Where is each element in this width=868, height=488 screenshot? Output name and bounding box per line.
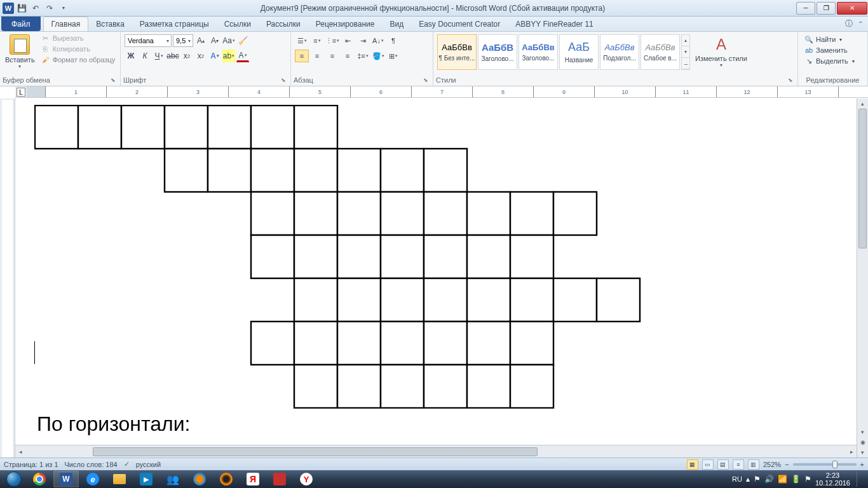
- taskbar-ie[interactable]: e: [80, 471, 105, 487]
- styles-scroll-down[interactable]: ▾: [682, 46, 689, 58]
- styles-expand[interactable]: ⚊: [682, 58, 689, 69]
- paragraph-dialog-launcher[interactable]: ⬊: [423, 77, 430, 83]
- zoom-in-button[interactable]: +: [860, 461, 864, 468]
- replace-button[interactable]: abЗаменить: [803, 45, 856, 55]
- scroll-left-arrow[interactable]: ◂: [15, 447, 25, 457]
- increase-indent-button[interactable]: ⇥: [356, 34, 370, 47]
- status-words[interactable]: Число слов: 184: [65, 461, 118, 468]
- status-spellcheck-icon[interactable]: ✓: [124, 460, 130, 468]
- scroll-down-arrow[interactable]: ▾: [857, 427, 868, 437]
- font-color-button[interactable]: A: [236, 50, 249, 62]
- save-icon[interactable]: 💾: [15, 2, 28, 15]
- line-spacing-button[interactable]: ‡≡: [356, 50, 370, 62]
- view-web-layout[interactable]: ▤: [717, 459, 729, 470]
- view-full-screen[interactable]: ▭: [702, 459, 714, 470]
- format-painter-button[interactable]: 🖌Формат по образцу: [40, 55, 117, 65]
- tab-review[interactable]: Рецензирование: [308, 17, 383, 31]
- clear-formatting-button[interactable]: 🧹: [236, 34, 249, 47]
- paste-dropdown-icon[interactable]: ▾: [18, 64, 21, 69]
- page-viewport[interactable]: По горизонтали:: [15, 98, 857, 458]
- decrease-indent-button[interactable]: ⇤: [341, 34, 355, 47]
- align-center-button[interactable]: ≡: [310, 50, 324, 62]
- document-heading[interactable]: По горизонтали:: [37, 412, 670, 436]
- show-desktop-button[interactable]: [857, 471, 862, 487]
- italic-button[interactable]: К: [139, 50, 151, 62]
- highlight-button[interactable]: ab: [222, 50, 235, 62]
- tray-network-icon[interactable]: 📶: [778, 475, 787, 484]
- scroll-up-arrow[interactable]: ▴: [857, 98, 868, 109]
- file-tab[interactable]: Файл: [1, 17, 41, 31]
- taskbar-video[interactable]: ▶: [133, 471, 159, 487]
- tray-battery-icon[interactable]: 🔋: [791, 475, 801, 484]
- superscript-button[interactable]: x2: [194, 50, 207, 62]
- style-title[interactable]: АаБНазвание: [559, 34, 599, 70]
- status-language[interactable]: русский: [136, 461, 161, 468]
- show-marks-button[interactable]: ¶: [386, 34, 400, 47]
- style-subtle-emphasis[interactable]: АаБбВвСлабое в...: [641, 34, 680, 70]
- crossword-table[interactable]: [34, 105, 670, 409]
- zoom-slider[interactable]: [793, 463, 857, 466]
- qat-customize-icon[interactable]: ▾: [57, 2, 70, 15]
- sort-button[interactable]: A↓: [371, 34, 385, 47]
- style-no-spacing[interactable]: АаБбВв¶ Без инте...: [437, 34, 477, 70]
- styles-scroll-up[interactable]: ▴: [682, 35, 689, 46]
- bullets-button[interactable]: ☰: [295, 34, 309, 47]
- grow-font-button[interactable]: A▴: [194, 34, 207, 47]
- numbering-button[interactable]: ≡: [310, 34, 324, 47]
- help-icon[interactable]: ⓘ: [845, 18, 853, 29]
- taskbar-explorer[interactable]: [107, 471, 132, 487]
- tab-abbyy[interactable]: ABBYY FineReader 11: [508, 17, 601, 31]
- select-button[interactable]: ↘Выделить▾: [803, 56, 856, 66]
- minimize-button[interactable]: ─: [796, 2, 815, 15]
- view-print-layout[interactable]: ▦: [687, 459, 698, 470]
- tray-show-hidden-icon[interactable]: ▴: [746, 475, 750, 484]
- tab-selector[interactable]: L: [17, 88, 25, 97]
- text-effects-button[interactable]: A: [208, 50, 221, 62]
- tray-action-center-icon[interactable]: ⚑: [804, 475, 811, 484]
- justify-button[interactable]: ≡: [341, 50, 355, 62]
- previous-page-button[interactable]: ◉: [857, 437, 868, 447]
- tray-clock[interactable]: 2:23 10.12.2016: [815, 471, 850, 487]
- vertical-scroll-thumb[interactable]: [858, 109, 867, 248]
- paste-button[interactable]: Вставить ▾: [3, 33, 37, 71]
- styles-dialog-launcher[interactable]: ⬊: [788, 77, 795, 83]
- find-button[interactable]: 🔍Найти▾: [803, 34, 856, 44]
- underline-button[interactable]: Ч: [153, 50, 165, 62]
- shrink-font-button[interactable]: A▾: [208, 34, 221, 47]
- redo-icon[interactable]: ↷: [43, 2, 56, 15]
- taskbar-chrome[interactable]: [27, 471, 52, 487]
- zoom-slider-thumb[interactable]: [832, 461, 837, 468]
- style-heading1[interactable]: АаБбВЗаголово...: [478, 34, 517, 70]
- scroll-right-arrow[interactable]: ▸: [846, 447, 857, 457]
- tray-volume-icon[interactable]: 🔊: [764, 475, 774, 484]
- word-app-icon[interactable]: W: [3, 3, 14, 14]
- multilevel-button[interactable]: ⋮≡: [325, 34, 339, 47]
- borders-button[interactable]: ⊞: [386, 50, 400, 62]
- taskbar-mediaplayer[interactable]: [187, 471, 212, 487]
- tab-view[interactable]: Вид: [382, 17, 411, 31]
- maximize-button[interactable]: ❐: [817, 2, 836, 15]
- tab-insert[interactable]: Вставка: [88, 17, 132, 31]
- cut-button[interactable]: ✂Вырезать: [40, 33, 117, 43]
- align-right-button[interactable]: ≡: [325, 50, 339, 62]
- tab-home[interactable]: Главная: [43, 17, 89, 31]
- taskbar-messenger[interactable]: 👥: [160, 471, 186, 487]
- taskbar-word[interactable]: W: [53, 471, 79, 487]
- font-name-select[interactable]: Verdana: [125, 34, 172, 47]
- shading-button[interactable]: 🪣: [371, 50, 385, 62]
- tab-layout[interactable]: Разметка страницы: [132, 17, 217, 31]
- tab-mailings[interactable]: Рассылки: [259, 17, 308, 31]
- taskbar-yandex-search[interactable]: Я: [240, 471, 266, 487]
- tab-references[interactable]: Ссылки: [217, 17, 259, 31]
- undo-icon[interactable]: ↶: [29, 2, 42, 15]
- minimize-ribbon-icon[interactable]: ⌃: [858, 20, 863, 27]
- vertical-ruler[interactable]: [0, 98, 15, 458]
- horizontal-scroll-thumb[interactable]: [93, 447, 538, 456]
- tray-lang[interactable]: RU: [732, 475, 742, 483]
- view-draft[interactable]: ▥: [748, 459, 759, 470]
- strikethrough-button[interactable]: abc: [166, 50, 179, 62]
- change-styles-button[interactable]: A Изменить стили ▾: [691, 33, 751, 69]
- close-button[interactable]: ✕: [837, 2, 867, 15]
- taskbar-abbyy[interactable]: [267, 471, 292, 487]
- align-left-button[interactable]: ≡: [295, 50, 309, 62]
